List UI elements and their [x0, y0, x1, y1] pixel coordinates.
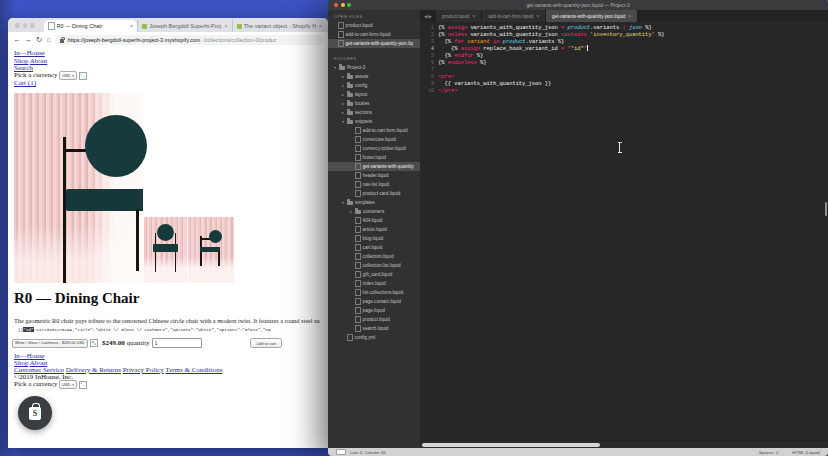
close-window-icon[interactable]: [15, 23, 20, 28]
tree-item[interactable]: collection.liquid: [328, 252, 420, 261]
open-file-item[interactable]: product.liquid: [328, 21, 420, 30]
tree-item[interactable]: get-variants-with-quantity: [328, 162, 420, 171]
product-thumbnail-side[interactable]: [188, 217, 234, 283]
editor-tab[interactable]: add-to-cart-form.liquid×: [482, 10, 546, 22]
tree-item[interactable]: page.liquid: [328, 306, 420, 315]
add-to-cart-button[interactable]: Add to cart: [250, 338, 282, 349]
currency-select[interactable]: USD▾: [59, 71, 77, 80]
tree-item[interactable]: article.liquid: [328, 225, 420, 234]
tree-item[interactable]: config.yml: [328, 333, 420, 342]
tree-item[interactable]: page.contact.liquid: [328, 297, 420, 306]
layout-icon[interactable]: [336, 449, 346, 456]
code-text[interactable]: {% assign replace_hook_variant_id = '"id…: [438, 45, 588, 52]
tree-item[interactable]: ▾templates: [328, 198, 420, 207]
window-controls[interactable]: [334, 3, 351, 7]
back-icon[interactable]: ←: [13, 36, 21, 44]
open-file-item[interactable]: get-variants-with-quantity-json.liq: [328, 39, 420, 48]
file-icon: [355, 154, 361, 161]
tree-item[interactable]: ▸locales: [328, 99, 420, 108]
footer-currency-select[interactable]: USD▾: [59, 380, 77, 389]
syntax-setting[interactable]: HTML (Liquid): [792, 450, 820, 455]
browser-tab[interactable]: The variant object - Shopify H×: [232, 20, 326, 32]
tree-item[interactable]: cart.liquid: [328, 243, 420, 252]
broken-image-icon: [90, 339, 98, 347]
product-thumbnail-front[interactable]: [144, 217, 187, 283]
indentation-setting[interactable]: Spaces: 2: [759, 450, 779, 455]
close-window-icon[interactable]: [334, 3, 338, 7]
tree-item[interactable]: header.liquid: [328, 171, 420, 180]
variant-select[interactable]: White / Gloss / Cashmere - $249.00 USD▾: [12, 339, 88, 348]
code-text[interactable]: {% unless variants_with_quantity_json co…: [438, 32, 665, 38]
file-icon: [355, 190, 361, 197]
cart-link[interactable]: Cart (1): [14, 79, 36, 87]
folder-icon: [347, 93, 353, 97]
window-controls[interactable]: [15, 23, 35, 28]
home-icon[interactable]: ⌂: [46, 36, 51, 44]
code-text[interactable]: {% for variant in product.variants %}: [438, 39, 564, 45]
browser-window: R0 — Dining Chair×Joseph Bergdoll Superh…: [8, 18, 328, 448]
minimize-window-icon[interactable]: [23, 23, 28, 28]
item-label: search.liquid: [363, 326, 389, 331]
browser-tab[interactable]: Joseph Bergdoll Superhi-Proj×: [137, 20, 231, 32]
forward-icon[interactable]: →: [25, 36, 33, 44]
terms-conditions-link[interactable]: Terms & Conditions: [165, 366, 222, 374]
tree-item[interactable]: collection.list.liquid: [328, 261, 420, 270]
folder-icon: [355, 210, 361, 214]
address-bar[interactable]: https://joseph-bergdoll-superhi-project-…: [55, 35, 323, 45]
close-tab-icon[interactable]: ×: [130, 23, 134, 29]
tree-item[interactable]: nav-list.liquid: [328, 180, 420, 189]
tree-item[interactable]: ▸sections: [328, 108, 420, 117]
tree-item[interactable]: product-card.liquid: [328, 189, 420, 198]
code-text[interactable]: {{ variants_with_quantity_json }}: [438, 81, 551, 87]
zoom-window-icon[interactable]: [347, 3, 351, 7]
tree-item[interactable]: ▸config: [328, 81, 420, 90]
shopify-badge[interactable]: S: [18, 396, 52, 430]
code-text[interactable]: </pre>: [438, 88, 457, 94]
delivery-returns-link[interactable]: Delivery & Returns: [66, 366, 121, 374]
code-text[interactable]: {% endunless %}: [438, 60, 487, 66]
scrollbar-thumb[interactable]: [422, 443, 600, 447]
tree-item[interactable]: currency-picker.liquid: [328, 144, 420, 153]
reload-icon[interactable]: ↻: [36, 36, 42, 44]
tree-item[interactable]: currencies.liquid: [328, 135, 420, 144]
tree-item[interactable]: ▸customers: [328, 207, 420, 216]
close-tab-icon[interactable]: ×: [472, 13, 475, 19]
tab-scroll-arrows[interactable]: ◀▶: [420, 10, 436, 22]
product-image-main[interactable]: [14, 93, 143, 283]
editor-tab[interactable]: get-variants-with-quantity-json.liquid×: [546, 10, 638, 22]
tree-item[interactable]: gift_card.liquid: [328, 270, 420, 279]
tree-item[interactable]: footer.liquid: [328, 153, 420, 162]
minimize-window-icon[interactable]: [341, 3, 345, 7]
horizontal-scrollbar[interactable]: [420, 440, 828, 448]
item-label: page.liquid: [363, 308, 385, 313]
quantity-input[interactable]: [152, 338, 202, 348]
tree-item[interactable]: search.liquid: [328, 324, 420, 333]
tree-item[interactable]: ▾snippets: [328, 117, 420, 126]
tree-item[interactable]: list-collections.liquid: [328, 288, 420, 297]
vertical-scrollbar-thumb[interactable]: [825, 202, 828, 216]
editor-tab[interactable]: product.liquid×: [436, 10, 482, 22]
close-tab-icon[interactable]: ×: [224, 23, 228, 29]
tree-item[interactable]: index.liquid: [328, 279, 420, 288]
open-files-label: OPEN FILES: [328, 10, 420, 21]
close-tab-icon[interactable]: ×: [536, 13, 539, 19]
text-cursor-pointer: [617, 142, 622, 153]
code-area[interactable]: 1{% assign variants_with_quantity_json =…: [420, 22, 828, 448]
close-tab-icon[interactable]: ×: [318, 23, 322, 29]
tree-item[interactable]: add-to-cart-form.liquid: [328, 126, 420, 135]
code-text[interactable]: <pre>: [438, 74, 454, 80]
zoom-window-icon[interactable]: [30, 23, 35, 28]
tree-item[interactable]: product.liquid: [328, 315, 420, 324]
code-text[interactable]: {% assign variants_with_quantity_json = …: [438, 25, 652, 31]
code-text[interactable]: {% endfor %}: [438, 53, 483, 59]
home-link[interactable]: In—House: [14, 49, 45, 57]
tree-item[interactable]: blog.liquid: [328, 234, 420, 243]
close-tab-icon[interactable]: ×: [628, 13, 631, 19]
browser-tab[interactable]: R0 — Dining Chair×: [44, 20, 137, 32]
open-file-item[interactable]: add-to-cart-form.liquid: [328, 30, 420, 39]
tree-item[interactable]: ▾Project-3: [328, 63, 420, 72]
tree-item[interactable]: ▸layout: [328, 90, 420, 99]
tree-item[interactable]: ▸assets: [328, 72, 420, 81]
tree-item[interactable]: 404.liquid: [328, 216, 420, 225]
privacy-policy-link[interactable]: Privacy Policy: [123, 366, 164, 374]
